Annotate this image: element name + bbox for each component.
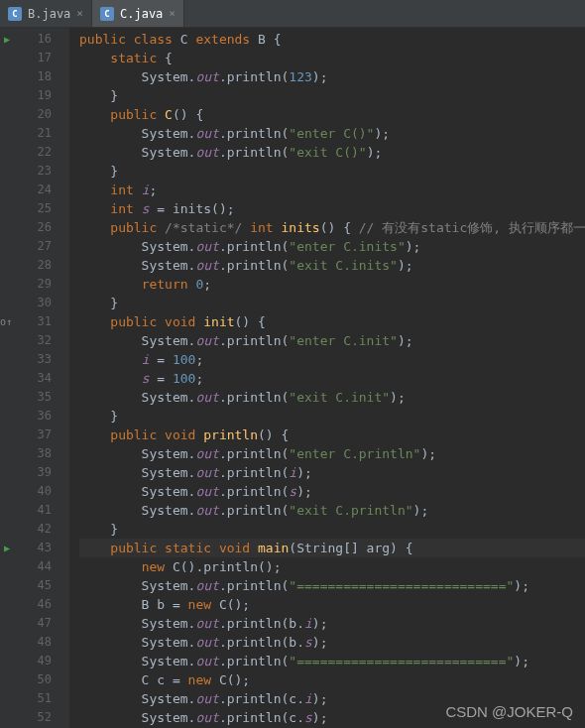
code-line[interactable]: } [79,294,585,312]
java-class-icon: C [100,7,114,21]
line-number: 48 [18,633,52,652]
code-line[interactable]: int s = inits(); [79,199,585,218]
code-line[interactable]: System.out.println("enter C()"); [79,124,585,143]
line-number: 19 [18,86,52,105]
line-number: 16▶ [18,30,52,49]
line-number: 17 [18,49,52,67]
code-line[interactable]: s = 100; [79,369,585,388]
line-number: 52 [18,708,52,727]
code-line[interactable]: } [79,86,585,105]
code-line[interactable]: public void init() { [79,312,585,331]
line-number: 42 [18,520,52,539]
line-number: 31o↑ [18,312,52,331]
code-line[interactable]: System.out.println("exit C.println"); [79,501,585,520]
line-number: 51 [18,689,52,708]
close-icon[interactable]: × [169,7,176,20]
fold-column [59,28,69,728]
code-line[interactable]: public static void main(String[] arg) { [79,539,585,557]
code-line[interactable]: public /*static*/ int inits() { // 有没有st… [79,218,585,237]
line-number: 23 [18,162,52,181]
code-line[interactable]: System.out.println(b.s); [79,633,585,652]
line-number-gutter: 16▶171819202122232425262728293031o↑32333… [18,28,59,728]
line-number: 34 [18,369,52,388]
code-line[interactable]: C c = new C(); [79,670,585,689]
override-gutter-icon[interactable]: o↑ [0,312,12,331]
run-gutter-icon[interactable]: ▶ [4,539,10,557]
code-line[interactable]: return 0; [79,275,585,294]
tab-bar: CB.java×CC.java× [0,0,585,28]
code-line[interactable]: System.out.println("====================… [79,576,585,595]
line-number: 29 [18,275,52,294]
line-number: 38 [18,444,52,463]
close-icon[interactable]: × [76,7,83,20]
code-line[interactable]: i = 100; [79,350,585,369]
code-line[interactable]: int i; [79,181,585,199]
code-line[interactable]: System.out.println(123); [79,67,585,86]
watermark: CSDN @JOKER-Q [445,703,573,720]
line-number: 44 [18,557,52,576]
tab-label: C.java [120,7,163,21]
line-number: 39 [18,463,52,482]
code-line[interactable]: public void println() { [79,425,585,444]
line-number: 46 [18,595,52,614]
gutter-icon-column [0,28,18,728]
code-line[interactable]: System.out.println(i); [79,463,585,482]
java-class-icon: C [8,7,22,21]
code-line[interactable]: new C().println(); [79,557,585,576]
line-number: 30 [18,294,52,312]
code-line[interactable]: System.out.println("enter C.println"); [79,444,585,463]
code-line[interactable]: public class C extends B { [79,30,585,49]
line-number: 35 [18,388,52,407]
line-number: 40 [18,482,52,501]
code-line[interactable]: System.out.println(s); [79,482,585,501]
run-gutter-icon[interactable]: ▶ [4,30,10,49]
code-line[interactable]: System.out.println("exit C.inits"); [79,256,585,275]
line-number: 36 [18,407,52,425]
line-number: 47 [18,614,52,633]
line-number: 41 [18,501,52,520]
code-line[interactable]: } [79,407,585,425]
line-number: 24 [18,181,52,199]
line-number: 28 [18,256,52,275]
code-line[interactable]: System.out.println("enter C.inits"); [79,237,585,256]
code-line[interactable]: System.out.println("exit C()"); [79,143,585,162]
line-number: 26 [18,218,52,237]
code-line[interactable]: System.out.println(b.i); [79,614,585,633]
line-number: 32 [18,331,52,350]
line-number: 43▶ [18,539,52,557]
code-line[interactable]: } [79,162,585,181]
tab-label: B.java [28,7,70,21]
line-number: 21 [18,124,52,143]
line-number: 37 [18,425,52,444]
tab-c-java[interactable]: CC.java× [92,0,184,27]
line-number: 45 [18,576,52,595]
code-line[interactable]: B b = new C(); [79,595,585,614]
line-number: 25 [18,199,52,218]
code-line[interactable]: static { [79,49,585,67]
line-number: 18 [18,67,52,86]
line-number: 22 [18,143,52,162]
line-number: 27 [18,237,52,256]
editor-area: 16▶171819202122232425262728293031o↑32333… [0,28,585,728]
code-area[interactable]: public class C extends B { static { Syst… [69,28,585,728]
line-number: 50 [18,670,52,689]
code-line[interactable]: System.out.println("enter C.init"); [79,331,585,350]
code-line[interactable]: } [79,520,585,539]
line-number: 33 [18,350,52,369]
line-number: 20 [18,105,52,124]
tab-b-java[interactable]: CB.java× [0,0,92,27]
line-number: 49 [18,652,52,670]
code-line[interactable]: System.out.println("exit C.init"); [79,388,585,407]
code-line[interactable]: System.out.println("====================… [79,652,585,670]
code-line[interactable]: public C() { [79,105,585,124]
